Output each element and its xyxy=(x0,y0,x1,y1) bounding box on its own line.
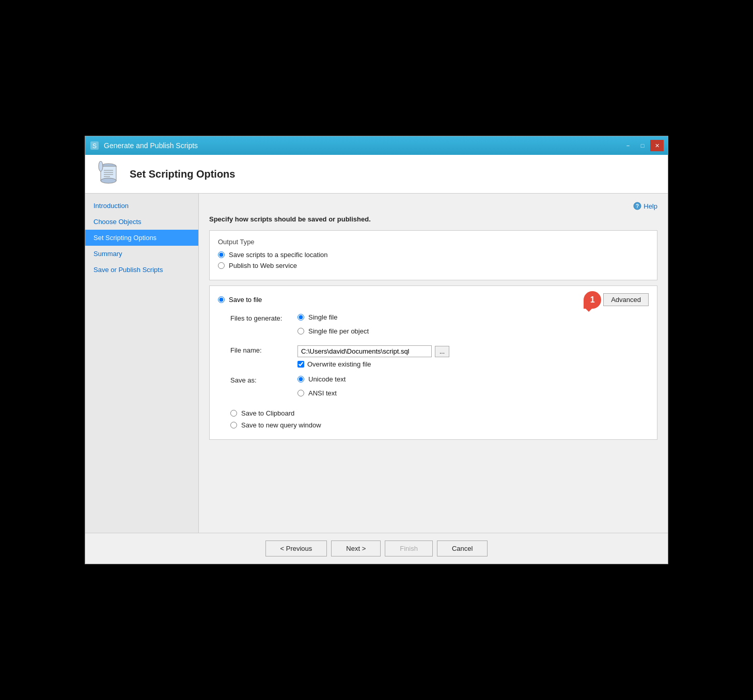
save-as-controls: Unicode text ANSI text xyxy=(297,375,346,400)
sidebar: Introduction Choose Objects Set Scriptin… xyxy=(85,194,199,533)
content-area: ? Help Specify how scripts should be sav… xyxy=(199,194,668,533)
previous-button[interactable]: < Previous xyxy=(265,540,327,556)
save-to-query-window-label[interactable]: Save to new query window xyxy=(241,421,321,429)
save-to-clipboard-radio[interactable] xyxy=(230,410,237,417)
overwrite-checkbox[interactable] xyxy=(297,361,304,368)
window-controls: − □ ✕ xyxy=(621,140,664,151)
ansi-label[interactable]: ANSI text xyxy=(308,389,337,397)
other-save-options: Save to Clipboard Save to new query wind… xyxy=(218,409,649,429)
ansi-radio-row: ANSI text xyxy=(297,389,346,397)
save-as-row: Save as: Unicode text ANSI text xyxy=(218,375,649,400)
sidebar-item-choose-objects[interactable]: Choose Objects xyxy=(85,214,198,230)
sidebar-item-save-or-publish[interactable]: Save or Publish Scripts xyxy=(85,262,198,278)
files-to-generate-controls: Single file Single file per object xyxy=(297,313,369,338)
section-description: Specify how scripts should be saved or p… xyxy=(209,215,657,223)
main-content: Introduction Choose Objects Set Scriptin… xyxy=(85,194,668,533)
next-button[interactable]: Next > xyxy=(331,540,381,556)
save-to-query-window-radio[interactable] xyxy=(230,422,237,428)
save-to-clipboard-label[interactable]: Save to Clipboard xyxy=(241,409,294,417)
single-file-radio-row: Single file xyxy=(297,313,369,321)
advanced-btn-wrapper: 1 Advanced xyxy=(603,293,649,306)
svg-text:S: S xyxy=(92,142,97,150)
file-input-row: ... xyxy=(297,345,449,357)
titlebar: S Generate and Publish Scripts − □ ✕ xyxy=(85,136,668,155)
output-type-box: Output Type Save scripts to a specific l… xyxy=(209,230,657,280)
save-to-file-header: Save to file 1 Advanced xyxy=(218,293,649,306)
sidebar-item-set-scripting-options[interactable]: Set Scripting Options xyxy=(85,230,198,246)
save-scripts-radio[interactable] xyxy=(218,251,225,258)
unicode-radio[interactable] xyxy=(297,376,304,383)
save-as-label: Save as: xyxy=(230,375,297,384)
help-button[interactable]: ? Help xyxy=(633,202,657,210)
file-name-row: File name: ... Overwrite existing file xyxy=(218,345,649,368)
unicode-label[interactable]: Unicode text xyxy=(308,375,346,383)
header-icon xyxy=(96,161,121,187)
unicode-radio-row: Unicode text xyxy=(297,375,346,383)
sidebar-item-introduction[interactable]: Introduction xyxy=(85,198,198,214)
save-scripts-radio-row: Save scripts to a specific location xyxy=(218,251,649,259)
finish-button[interactable]: Finish xyxy=(385,540,433,556)
sidebar-item-summary[interactable]: Summary xyxy=(85,246,198,262)
single-file-radio[interactable] xyxy=(297,314,304,321)
single-file-label[interactable]: Single file xyxy=(308,313,337,321)
save-to-file-left: Save to file xyxy=(218,296,262,304)
save-to-file-label[interactable]: Save to file xyxy=(229,296,262,304)
footer: < Previous Next > Finish Cancel xyxy=(85,533,668,564)
files-to-generate-label: Files to generate: xyxy=(230,313,297,322)
publish-web-radio-row: Publish to Web service xyxy=(218,262,649,269)
app-icon: S xyxy=(89,140,100,151)
window-title: Generate and Publish Scripts xyxy=(104,141,198,150)
svg-point-4 xyxy=(101,178,116,183)
browse-button[interactable]: ... xyxy=(435,346,449,357)
svg-point-5 xyxy=(99,161,103,171)
overwrite-checkbox-row: Overwrite existing file xyxy=(297,360,449,368)
minimize-button[interactable]: − xyxy=(621,140,635,151)
single-file-per-object-radio[interactable] xyxy=(297,328,304,335)
step-badge-1: 1 xyxy=(584,291,601,309)
files-to-generate-row: Files to generate: Single file Single fi… xyxy=(218,313,649,338)
single-file-per-object-label[interactable]: Single file per object xyxy=(308,327,369,335)
file-name-input[interactable] xyxy=(297,345,432,357)
close-button[interactable]: ✕ xyxy=(650,140,664,151)
restore-button[interactable]: □ xyxy=(636,140,649,151)
overwrite-label[interactable]: Overwrite existing file xyxy=(307,360,371,368)
advanced-button[interactable]: Advanced xyxy=(603,293,649,306)
publish-web-radio[interactable] xyxy=(218,262,225,269)
svg-text:?: ? xyxy=(636,203,639,209)
cancel-button[interactable]: Cancel xyxy=(437,540,488,556)
output-type-label: Output Type xyxy=(218,238,649,246)
single-file-per-object-radio-row: Single file per object xyxy=(297,327,369,335)
save-to-query-row: Save to new query window xyxy=(230,421,649,429)
page-title: Set Scripting Options xyxy=(130,168,235,180)
ansi-radio[interactable] xyxy=(297,390,304,396)
save-scripts-label[interactable]: Save scripts to a specific location xyxy=(229,251,327,259)
help-circle-icon: ? xyxy=(633,202,641,210)
save-to-clipboard-row: Save to Clipboard xyxy=(230,409,649,417)
save-to-file-radio[interactable] xyxy=(218,296,225,303)
publish-web-label[interactable]: Publish to Web service xyxy=(229,262,297,269)
file-name-label: File name: xyxy=(230,345,297,354)
file-name-controls: ... Overwrite existing file xyxy=(297,345,449,368)
help-link-container: ? Help xyxy=(209,202,657,210)
titlebar-left: S Generate and Publish Scripts xyxy=(89,140,198,151)
header: Set Scripting Options xyxy=(85,155,668,194)
save-to-file-box: Save to file 1 Advanced Files to generat… xyxy=(209,285,657,440)
